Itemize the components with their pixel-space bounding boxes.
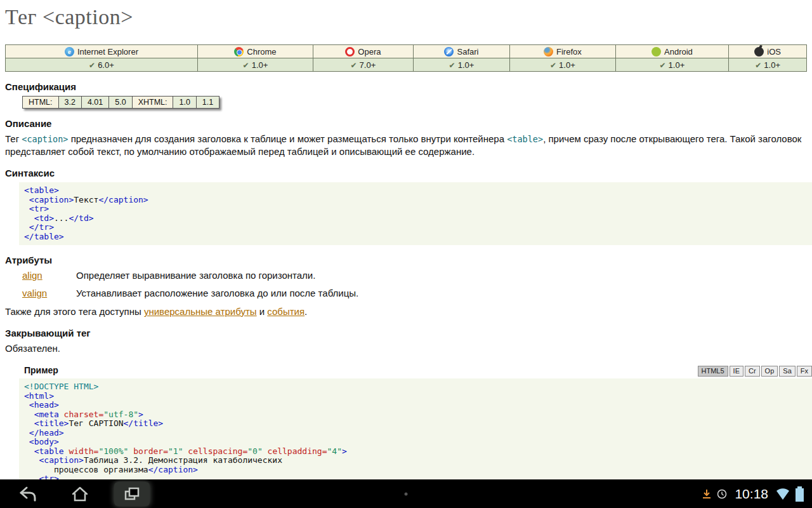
attribute-link-align[interactable]: align	[22, 270, 76, 281]
attributes-note: Также для этого тега доступны универсаль…	[5, 305, 807, 318]
example-header: Пример HTML5IECrOpSaFx	[24, 365, 812, 377]
attribute-row: valignУстанавливает расположение заголов…	[22, 288, 807, 298]
code-line: процессов организма</caption>	[24, 465, 807, 475]
apple-icon	[754, 47, 764, 57]
home-button[interactable]	[62, 482, 98, 506]
check-icon: ✔	[550, 61, 556, 70]
browser-version: ✔7.0+	[313, 58, 414, 72]
browser-version: ✔1.0+	[510, 58, 615, 72]
chrome-icon	[234, 47, 244, 57]
example-tab-cr[interactable]: Cr	[745, 366, 760, 377]
code-line: </head>	[24, 429, 807, 438]
code-line: <caption>Таблица 3.2. Демонстрация катаб…	[24, 456, 807, 465]
code-line: <table width="100%" border="1" cellspaci…	[24, 447, 807, 457]
syntax-heading: Синтаксис	[5, 168, 807, 178]
browser-header-firefox: Firefox	[510, 45, 615, 58]
home-icon	[71, 486, 89, 502]
example-tab-fx[interactable]: Fx	[797, 366, 812, 377]
browser-header-safari: Safari	[413, 45, 509, 58]
menu-dot	[405, 492, 408, 495]
check-icon: ✔	[351, 61, 357, 70]
code-line: <meta charset="utf-8">	[24, 410, 807, 420]
code-line: <head>	[24, 401, 807, 410]
code-line: <tr>	[24, 204, 807, 214]
description-heading: Описание	[5, 118, 807, 129]
check-icon: ✔	[660, 61, 666, 70]
spec-version: 4.01	[81, 97, 108, 109]
syntax-code-block: <table> <caption>Текст</caption> <tr> <t…	[19, 182, 812, 245]
tablet-screen: Тег <caption> Internet ExplorerChromeOpe…	[0, 0, 812, 508]
code-line: <caption>Текст</caption>	[24, 196, 807, 205]
status-area[interactable]: 10:18	[702, 486, 804, 502]
code-line: <tr>	[24, 474, 807, 479]
browser-version: ✔6.0+	[6, 58, 198, 72]
browser-version: ✔1.0+	[413, 58, 509, 72]
browser-version: ✔1.0+	[197, 58, 313, 72]
example-code-block: <!DOCTYPE HTML><html> <head> <meta chars…	[19, 378, 812, 479]
closing-tag-heading: Закрывающий тег	[5, 328, 807, 338]
description-paragraph: Тег <caption> предназначен для создания …	[5, 133, 807, 158]
text-link[interactable]: события	[267, 306, 304, 317]
code-line: <td>...</td>	[24, 214, 807, 224]
specification-heading: Спецификация	[5, 81, 807, 92]
page-title: Тег <caption>	[5, 5, 807, 29]
spec-version: 3.2	[58, 97, 81, 109]
battery-icon	[795, 486, 804, 502]
recent-apps-icon	[123, 486, 141, 502]
inline-tag-code: <table>	[507, 134, 543, 144]
browser-header-chrome: Chrome	[197, 45, 313, 58]
example-tab-html5[interactable]: HTML5	[698, 366, 728, 377]
spec-version: 1.0	[173, 97, 196, 109]
check-icon: ✔	[243, 61, 249, 70]
attribute-link-valign[interactable]: valign	[22, 288, 76, 298]
back-button[interactable]	[10, 482, 46, 506]
android-navigation-bar: 10:18	[0, 479, 812, 508]
text-run: Также для этого тега доступны	[5, 306, 144, 317]
inline-tag-code: <caption>	[22, 134, 68, 144]
status-time: 10:18	[735, 486, 768, 502]
text-link[interactable]: универсальные атрибуты	[144, 306, 257, 317]
wifi-icon	[776, 488, 790, 500]
text-run: предназначен для создания заголовка к та…	[68, 133, 507, 144]
browser-version: ✔1.0+	[729, 58, 807, 72]
browser-version: ✔1.0+	[615, 58, 729, 72]
example-tab-op[interactable]: Op	[761, 366, 778, 377]
attribute-description: Определяет выравнивание заголовка по гор…	[76, 270, 315, 281]
example-tabs: HTML5IECrOpSaFx	[697, 366, 812, 377]
code-line: </tr>	[24, 223, 807, 232]
clock-notification-icon	[717, 489, 727, 499]
spec-label: HTML:	[23, 97, 59, 109]
opera-icon	[345, 47, 355, 57]
example-tab-sa[interactable]: Sa	[779, 366, 795, 377]
browser-header-ie: Internet Explorer	[6, 45, 198, 58]
spec-version: 1.1	[196, 97, 219, 109]
spec-version: 5.0	[109, 97, 132, 109]
code-line: <body>	[24, 438, 807, 447]
code-line: <!DOCTYPE HTML>	[24, 382, 807, 392]
firefox-icon	[544, 47, 553, 57]
android-icon	[652, 47, 661, 57]
attributes-list: alignОпределяет выравнивание заголовка п…	[5, 270, 807, 298]
attributes-heading: Атрибуты	[5, 255, 807, 265]
specification-table: HTML:3.24.015.0XHTML:1.01.1	[22, 96, 219, 109]
spec-label: XHTML:	[132, 97, 173, 109]
check-icon: ✔	[755, 61, 761, 70]
check-icon: ✔	[449, 61, 455, 70]
browser-header-apple: iOS	[729, 45, 807, 58]
recent-apps-button[interactable]	[114, 482, 150, 506]
example-tab-ie[interactable]: IE	[730, 366, 743, 377]
browser-header-android: Android	[615, 45, 729, 58]
text-run: Тег	[5, 133, 22, 144]
safari-icon	[444, 47, 454, 57]
text-run: .	[304, 306, 307, 317]
page-scroll-area[interactable]: Тег <caption> Internet ExplorerChromeOpe…	[0, 0, 812, 479]
download-notification-icon	[702, 489, 712, 499]
nav-buttons	[10, 482, 150, 506]
check-icon: ✔	[89, 61, 95, 70]
back-icon	[18, 486, 37, 502]
code-line: <table>	[24, 186, 807, 196]
attribute-description: Устанавливает расположение заголовка до …	[76, 288, 358, 298]
code-line: </table>	[24, 232, 807, 242]
code-line: <html>	[24, 392, 807, 401]
code-line: <title>Тег CAPTION</title>	[24, 419, 807, 429]
